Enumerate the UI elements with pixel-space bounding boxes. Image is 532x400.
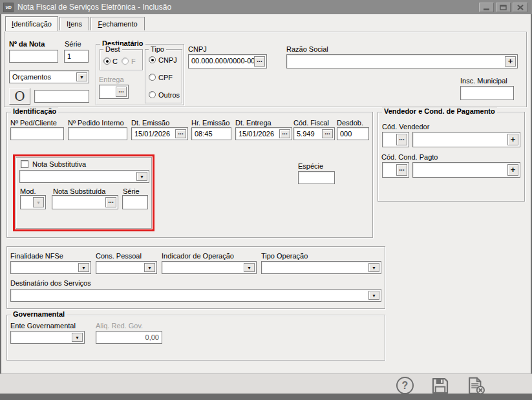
help-button[interactable]: ? bbox=[396, 377, 414, 394]
vendedor-add-icon[interactable] bbox=[507, 134, 518, 145]
tab-itens[interactable]: Itens bbox=[59, 17, 89, 30]
window-title: Nota Fiscal de Serviços Eletrônica - Inc… bbox=[17, 3, 171, 12]
chevron-down-icon[interactable] bbox=[136, 172, 147, 181]
tipo-operacao-combo[interactable] bbox=[261, 261, 381, 274]
nota-substituida-lookup-icon[interactable] bbox=[105, 197, 116, 207]
cod-vendedor-lookup-icon[interactable] bbox=[396, 134, 407, 145]
dest-radio-c-label: C bbox=[112, 58, 118, 65]
chevron-down-icon[interactable] bbox=[144, 263, 155, 272]
tipo-radio-outros[interactable] bbox=[149, 91, 156, 98]
nota-number-field[interactable] bbox=[9, 50, 58, 63]
entrega-lookup-icon[interactable] bbox=[116, 87, 127, 97]
dt-entrega-lookup-icon[interactable] bbox=[279, 129, 290, 138]
nota-substitutiva-combo[interactable] bbox=[19, 170, 149, 183]
destinatario-servicos-label: Destinatário dos Serviços bbox=[10, 279, 91, 287]
tab-identificacao-label: Identificação bbox=[12, 20, 52, 28]
indicador-operacao-combo[interactable] bbox=[162, 261, 257, 274]
pedido-interno-field[interactable] bbox=[68, 127, 127, 140]
orcamento-number-field[interactable] bbox=[34, 90, 89, 103]
dt-entrega-field[interactable]: 15/01/2026 bbox=[235, 127, 292, 140]
tab-identificacao[interactable]: Identificação bbox=[5, 16, 58, 31]
ente-governamental-label: Ente Governamental bbox=[10, 322, 76, 330]
finalidade-nfse-combo[interactable] bbox=[10, 261, 91, 274]
title-bar: VD Nota Fiscal de Serviços Eletrônica - … bbox=[0, 0, 532, 14]
save-icon bbox=[431, 376, 450, 395]
dt-entrega-label: Dt. Entrega bbox=[235, 119, 271, 127]
nota-number-label: Nº da Nota bbox=[9, 40, 45, 48]
tipo-radio-cnpj[interactable] bbox=[149, 56, 156, 63]
dest-radio-f[interactable] bbox=[122, 58, 129, 65]
chevron-down-icon[interactable] bbox=[244, 263, 255, 272]
pedido-interno-label: Nº Pedido Interno bbox=[68, 119, 124, 127]
dt-emissao-field[interactable]: 15/01/2026 bbox=[131, 127, 188, 140]
insc-municipal-field[interactable] bbox=[460, 86, 514, 100]
nota-substitutiva-label: Nota Substitutiva bbox=[32, 160, 86, 168]
chevron-down-icon[interactable] bbox=[368, 291, 379, 300]
identificacao-title: Identificação bbox=[11, 107, 58, 115]
serie-substituida-field[interactable] bbox=[122, 195, 148, 209]
especie-field[interactable] bbox=[298, 171, 335, 184]
desdob-field[interactable]: 000 bbox=[337, 127, 369, 140]
dt-emissao-lookup-icon[interactable] bbox=[175, 129, 186, 138]
nota-substitutiva-checkbox[interactable] bbox=[21, 160, 28, 168]
vendedor-title: Vendedor e Cond. de Pagamento bbox=[382, 107, 497, 115]
razao-social-add-icon[interactable] bbox=[505, 56, 516, 67]
nota-substituida-label: Nota Substituída bbox=[53, 187, 105, 195]
insc-municipal-label: Insc. Municipal bbox=[460, 77, 507, 85]
destinatario-servicos-combo[interactable] bbox=[10, 289, 381, 302]
chevron-down-icon[interactable] bbox=[76, 72, 87, 81]
tipo-radio-cnpj-label: CNPJ bbox=[158, 56, 177, 64]
cond-pagto-nome-field[interactable] bbox=[412, 162, 520, 178]
governamental-title: Governamental bbox=[11, 310, 67, 318]
vendedor-nome-field[interactable] bbox=[412, 132, 520, 147]
cons-pessoal-combo[interactable] bbox=[96, 261, 157, 274]
cod-cond-pagto-field[interactable] bbox=[382, 162, 409, 178]
cond-pagto-add-icon[interactable] bbox=[507, 164, 518, 176]
dest-subgroup-title: Dest bbox=[103, 45, 122, 53]
cnpj-field[interactable]: 00.000.000/0000-00 bbox=[188, 54, 267, 68]
cod-vendedor-field[interactable] bbox=[382, 132, 409, 147]
serie-field[interactable]: 1 bbox=[64, 50, 89, 63]
ped-cliente-label: Nº Ped/Cliente bbox=[10, 119, 57, 127]
minimize-button[interactable] bbox=[479, 3, 494, 12]
maximize-button[interactable] bbox=[496, 3, 511, 12]
razao-social-label: Razão Social bbox=[286, 45, 328, 53]
chevron-down-icon[interactable] bbox=[368, 263, 379, 272]
cod-fiscal-lookup-icon[interactable] bbox=[322, 129, 333, 138]
entrega-field[interactable] bbox=[99, 85, 129, 99]
chevron-down-icon[interactable] bbox=[72, 333, 83, 342]
entrega-label: Entrega bbox=[99, 76, 124, 83]
especie-label: Espécie bbox=[298, 162, 323, 170]
document-type-combo[interactable]: Orçamentos bbox=[9, 70, 89, 83]
mod-label: Mod. bbox=[20, 187, 36, 195]
aliq-red-gov-field: 0,00 bbox=[96, 331, 162, 344]
bottom-toolbar bbox=[0, 374, 532, 394]
cod-cond-lookup-icon[interactable] bbox=[396, 164, 407, 176]
nota-substituida-field[interactable] bbox=[52, 195, 118, 209]
close-button[interactable] bbox=[513, 3, 527, 12]
mod-combo[interactable] bbox=[20, 195, 46, 209]
razao-social-field[interactable] bbox=[286, 54, 518, 68]
chevron-down-icon bbox=[33, 197, 44, 207]
tab-itens-label: Itens bbox=[67, 20, 82, 28]
cancel-note-icon bbox=[465, 376, 486, 395]
indicador-operacao-label: Indicador de Operação bbox=[162, 252, 234, 260]
ente-governamental-combo[interactable] bbox=[10, 331, 85, 344]
cnpj-lookup-icon[interactable] bbox=[254, 56, 265, 67]
ped-cliente-field[interactable] bbox=[10, 127, 64, 140]
cons-pessoal-label: Cons. Pessoal bbox=[96, 252, 142, 260]
finalidade-nfse-label: Finalidade NFSe bbox=[10, 252, 63, 260]
tab-fechamento[interactable]: Fechamento bbox=[90, 17, 145, 30]
tipo-radio-cpf[interactable] bbox=[149, 74, 156, 81]
cod-fiscal-label: Cód. Fiscal bbox=[293, 119, 329, 127]
serie-substituida-label: Série bbox=[123, 187, 140, 195]
dest-radio-f-label: F bbox=[131, 58, 136, 65]
hr-emissao-field[interactable]: 08:45 bbox=[191, 127, 231, 140]
chevron-down-icon[interactable] bbox=[78, 263, 89, 272]
cod-fiscal-field[interactable]: 5.949 bbox=[293, 127, 335, 140]
dest-radio-c[interactable] bbox=[103, 58, 111, 65]
tab-fechamento-label: Fechamento bbox=[98, 20, 137, 28]
cod-vendedor-label: Cód. Vendedor bbox=[382, 123, 429, 131]
orcamento-lookup-button[interactable]: O bbox=[9, 88, 30, 105]
window-left-border bbox=[0, 14, 1, 394]
